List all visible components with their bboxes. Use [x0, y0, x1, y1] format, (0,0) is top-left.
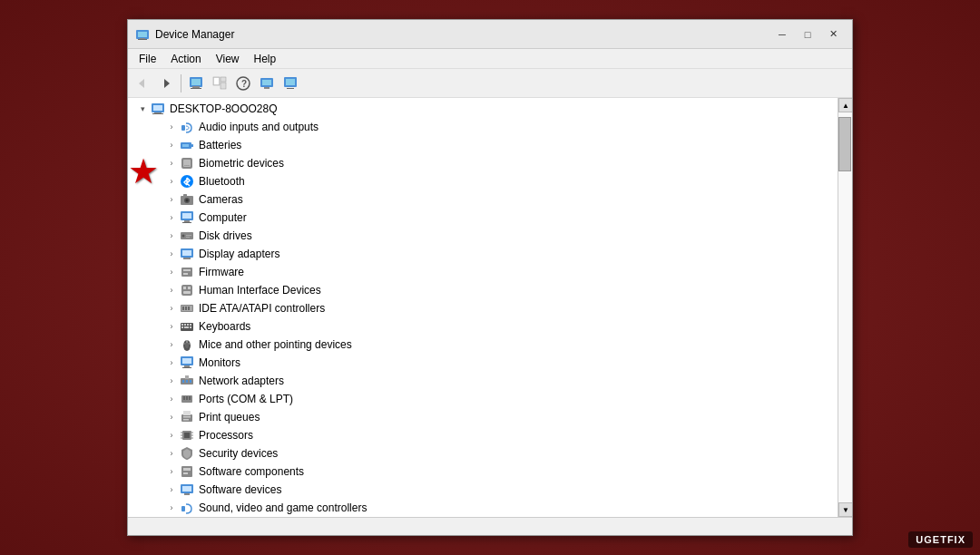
expand-arrow[interactable]: ›	[164, 446, 179, 461]
expand-arrow[interactable]: ›	[164, 464, 179, 479]
update-driver-button[interactable]	[209, 73, 230, 94]
svg-rect-105	[184, 493, 190, 495]
expand-arrow[interactable]: ›	[164, 156, 179, 170]
help-button[interactable]: ?	[232, 73, 254, 94]
tree-item[interactable]: ›Print queues	[128, 408, 838, 426]
svg-point-36	[186, 200, 189, 202]
toolbar: ?	[128, 69, 852, 98]
svg-rect-54	[188, 287, 191, 289]
svg-rect-79	[190, 380, 191, 383]
properties-button[interactable]	[185, 73, 207, 94]
tree-item[interactable]: ›Bluetooth	[128, 172, 838, 190]
expand-arrow[interactable]: ›	[164, 355, 179, 370]
svg-rect-20	[286, 79, 295, 85]
scrollbar-track[interactable]	[838, 112, 852, 502]
tree-panel[interactable]: ▾ DESKTOP-8OOO28Q ›Audio inputs and outp…	[128, 98, 838, 517]
svg-rect-64	[187, 324, 189, 326]
svg-rect-74	[184, 365, 190, 367]
tree-item[interactable]: ›Monitors	[128, 354, 838, 372]
expand-arrow[interactable]: ›	[164, 392, 179, 406]
item-icon	[179, 300, 195, 316]
scroll-up-button[interactable]: ▲	[838, 98, 852, 112]
expand-arrow[interactable]: ›	[164, 301, 179, 316]
expand-arrow[interactable]: ›	[164, 192, 179, 207]
svg-rect-55	[183, 291, 191, 294]
expand-arrow[interactable]: ›	[164, 428, 179, 443]
forward-button[interactable]	[155, 73, 177, 94]
toolbar-sep-1	[181, 74, 181, 92]
minimize-button[interactable]: ─	[770, 25, 794, 44]
expand-arrow[interactable]: ›	[164, 410, 179, 424]
expand-arrow[interactable]: ›	[164, 319, 179, 334]
menu-help[interactable]: Help	[247, 51, 284, 67]
svg-point-71	[185, 343, 189, 348]
item-icon	[179, 391, 195, 407]
scan-button[interactable]	[256, 73, 278, 94]
tree-item[interactable]: ›Sound, video and game controllers	[128, 499, 838, 517]
tree-item[interactable]: ›Mice and other pointing devices	[128, 336, 838, 354]
tree-item[interactable]: ›IDE ATA/ATAPI controllers	[128, 299, 838, 317]
back-button[interactable]	[132, 73, 153, 94]
root-expand-arrow[interactable]: ▾	[135, 102, 150, 116]
tree-item[interactable]: ›Human Interface Devices	[128, 281, 838, 299]
item-icon	[179, 264, 195, 280]
item-label: Batteries	[199, 139, 241, 151]
expand-arrow[interactable]: ›	[164, 247, 179, 261]
tree-item[interactable]: ›Processors	[128, 426, 838, 444]
tree-item[interactable]: ›Disk drives	[128, 227, 838, 245]
item-label: Bluetooth	[199, 175, 245, 188]
scroll-down-button[interactable]: ▼	[838, 502, 852, 517]
item-icon	[179, 427, 195, 443]
item-icon	[179, 373, 195, 389]
tree-item[interactable]: ›Software components	[128, 462, 838, 481]
svg-rect-50	[183, 269, 191, 271]
expand-arrow[interactable]: ›	[164, 210, 179, 225]
maximize-button[interactable]: □	[796, 25, 819, 44]
expand-arrow[interactable]: ›	[164, 501, 179, 515]
close-button[interactable]: ✕	[821, 25, 845, 44]
tree-item[interactable]: ›Keyboards	[128, 317, 838, 336]
expand-arrow[interactable]: ›	[164, 283, 179, 297]
expand-arrow[interactable]: ›	[164, 174, 179, 189]
tree-item[interactable]: ›Audio inputs and outputs	[128, 118, 838, 136]
tree-root-item[interactable]: ▾ DESKTOP-8OOO28Q	[128, 100, 838, 118]
vertical-scrollbar[interactable]: ▲ ▼	[838, 98, 852, 517]
title-bar: Device Manager ─ □ ✕	[128, 20, 852, 49]
tree-item[interactable]: ›Security devices	[128, 444, 838, 462]
svg-rect-44	[186, 235, 191, 236]
expand-arrow[interactable]: ›	[164, 374, 179, 388]
svg-rect-63	[184, 324, 186, 326]
svg-text:...: ...	[184, 161, 190, 167]
item-label: Software devices	[199, 483, 281, 496]
tree-item[interactable]: ›Software devices	[128, 481, 838, 499]
tree-item[interactable]: ›Batteries	[128, 136, 838, 154]
svg-rect-25	[152, 113, 163, 114]
tree-item[interactable]: ›Cameras	[128, 190, 838, 209]
tree-item[interactable]: ›...Biometric devices	[128, 154, 838, 172]
tree-item[interactable]: ›Computer	[128, 209, 838, 227]
expand-arrow[interactable]: ›	[164, 138, 179, 152]
view-devices-button[interactable]	[279, 73, 301, 94]
scrollbar-thumb[interactable]	[838, 117, 851, 171]
menu-view[interactable]: View	[209, 51, 247, 67]
expand-arrow[interactable]: ›	[164, 120, 179, 134]
tree-item[interactable]: ›Network adapters	[128, 372, 838, 390]
item-label: Audio inputs and outputs	[199, 121, 318, 133]
expand-arrow[interactable]: ›	[164, 265, 179, 279]
svg-rect-100	[181, 466, 192, 477]
svg-point-87	[189, 396, 191, 398]
svg-rect-88	[181, 414, 192, 422]
svg-rect-23	[153, 105, 162, 111]
svg-rect-13	[214, 78, 219, 84]
svg-rect-66	[181, 326, 183, 328]
expand-arrow[interactable]: ›	[164, 482, 179, 497]
menu-action[interactable]: Action	[163, 51, 208, 67]
expand-arrow[interactable]: ›	[164, 337, 179, 352]
svg-point-82	[183, 398, 185, 400]
tree-item[interactable]: ›Display adapters	[128, 245, 838, 263]
menu-file[interactable]: File	[132, 51, 163, 67]
tree-item[interactable]: ›Firmware	[128, 263, 838, 281]
expand-arrow[interactable]: ›	[164, 229, 179, 243]
window-title: Device Manager	[155, 28, 770, 41]
tree-item[interactable]: ›Ports (COM & LPT)	[128, 390, 838, 408]
